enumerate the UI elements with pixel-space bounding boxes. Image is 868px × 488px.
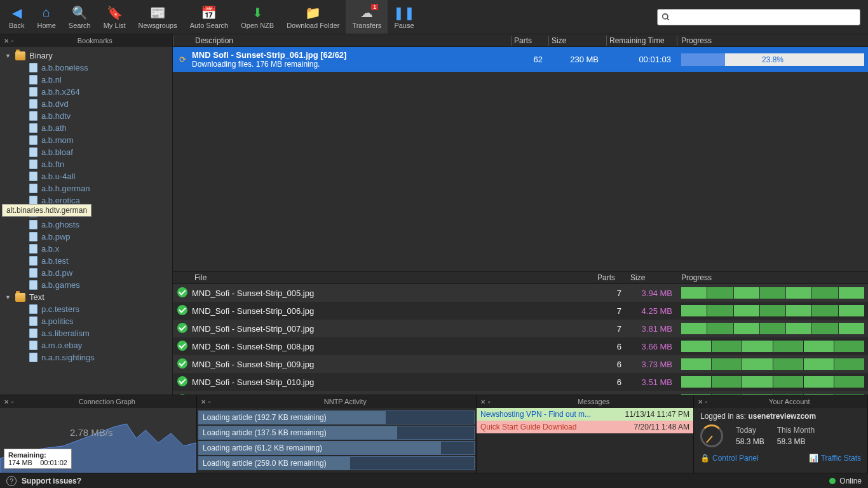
file-size: 3.73 MB: [628, 360, 677, 369]
file-list[interactable]: MND_Sofi - Sunset-Strip_005.jpg73.94 MBM…: [173, 284, 868, 395]
tree-item[interactable]: a.b.ghosts: [0, 219, 172, 231]
file-row[interactable]: MND_Sofi - Sunset-Strip_006.jpg74.25 MB: [173, 302, 868, 320]
tree-item[interactable]: a.b.hdtv: [0, 110, 172, 122]
panel-undock-icon[interactable]: ▫: [11, 398, 14, 405]
tree-item[interactable]: a.b.mom: [0, 134, 172, 146]
panel-undock-icon[interactable]: ▫: [488, 398, 491, 405]
queue-progress-text: 23.8%: [681, 53, 864, 66]
file-icon: [29, 111, 37, 121]
col-file-parts[interactable]: Parts: [595, 273, 628, 282]
col-description[interactable]: Description: [173, 36, 511, 45]
cloud-icon: ☁1: [359, 5, 374, 20]
file-row[interactable]: MND_Sofi - Sunset-Strip_008.jpg63.66 MB: [173, 337, 868, 355]
tree-item[interactable]: a.politics: [0, 315, 172, 327]
tree-item[interactable]: n.a.n.sightings: [0, 351, 172, 363]
control-panel-link[interactable]: 🔒Control Panel: [700, 454, 759, 463]
col-parts[interactable]: Parts: [512, 36, 548, 45]
tree-item[interactable]: a.b.u-4all: [0, 170, 172, 182]
panel-close-icon[interactable]: ✕: [4, 37, 9, 44]
tree-item[interactable]: a.b.games: [0, 279, 172, 291]
check-icon: [177, 323, 187, 333]
downloadfolder-button[interactable]: 📁Download Folder: [280, 0, 346, 34]
message-text: Newshosting VPN - Find out m...: [480, 410, 591, 419]
segment-bar: [681, 287, 864, 299]
search-button[interactable]: 🔍Search: [62, 0, 97, 34]
message-row[interactable]: Quick Start Guide Download7/20/11 1:48 A…: [477, 421, 693, 433]
panel-close-icon[interactable]: ✕: [480, 398, 485, 405]
file-name: MND_Sofi - Sunset-Strip_008.jpg: [192, 342, 595, 351]
tree-item[interactable]: p.c.testers: [0, 303, 172, 315]
panel-undock-icon[interactable]: ▫: [705, 398, 708, 405]
file-icon: [29, 280, 37, 290]
tree-item[interactable]: a.m.o.ebay: [0, 339, 172, 351]
tree-item[interactable]: a.b.test: [0, 255, 172, 267]
pause-button[interactable]: ❚❚Pause: [388, 0, 420, 34]
tree-item-label: a.b.ghosts: [41, 220, 79, 229]
tree-item[interactable]: a.b.x: [0, 243, 172, 255]
tree-group[interactable]: ▼Binary: [0, 50, 172, 62]
tree-item[interactable]: a.b.ftn: [0, 158, 172, 170]
tree-item[interactable]: a.b.h.x264: [0, 86, 172, 98]
mylist-button[interactable]: 🔖My List: [97, 0, 132, 34]
file-name: MND_Sofi - Sunset-Strip_005.jpg: [192, 288, 595, 298]
tree-item[interactable]: a.b.ath: [0, 122, 172, 134]
file-row[interactable]: MND_Sofi - Sunset-Strip_007.jpg73.81 MB: [173, 320, 868, 337]
tree-item-label: a.b.h.x264: [41, 87, 80, 97]
tree-item[interactable]: a.b.boneless: [0, 62, 172, 74]
tree-item[interactable]: a.b.d.pw: [0, 267, 172, 279]
tree-group[interactable]: ▼Text: [0, 291, 172, 303]
message-row[interactable]: Newshosting VPN - Find out m...11/13/14 …: [477, 408, 693, 421]
account-panel: ✕▫Your Account Logged in as: usenetrevie…: [694, 395, 868, 473]
file-row[interactable]: MND_Sofi - Sunset-Strip_010.jpg63.51 MB: [173, 373, 868, 391]
bookmarks-tree[interactable]: ▼Binarya.b.bonelessa.b.nla.b.h.x264a.b.d…: [0, 47, 172, 395]
file-name: MND_Sofi - Sunset-Strip_010.jpg: [192, 377, 595, 387]
support-link[interactable]: ?Support issues?: [6, 476, 81, 486]
queue-title: MND Sofi - Sunset-Strip_061.jpg [62/62]: [192, 50, 513, 60]
toolbar: ◀Back ⌂Home 🔍Search 🔖My List 📰Newsgroups…: [0, 0, 868, 34]
col-progress[interactable]: Progress: [677, 36, 868, 45]
home-button[interactable]: ⌂Home: [31, 0, 62, 34]
file-icon: [29, 232, 37, 241]
col-remaining-time[interactable]: Remaining Time: [607, 36, 677, 45]
file-icon: [29, 123, 37, 133]
tree-item[interactable]: a.b.pwp: [0, 231, 172, 243]
tree-item[interactable]: a.b.nl: [0, 74, 172, 86]
messages-list[interactable]: Newshosting VPN - Find out m...11/13/14 …: [477, 408, 693, 473]
home-icon: ⌂: [39, 5, 54, 20]
back-icon: ◀: [9, 5, 24, 20]
col-size[interactable]: Size: [549, 36, 606, 45]
tree-item-label: a.b.hdtv: [41, 111, 71, 121]
tree-item[interactable]: a.s.liberalism: [0, 327, 172, 339]
file-parts: 6: [595, 360, 628, 369]
col-file-progress[interactable]: Progress: [677, 273, 868, 282]
opennzb-button[interactable]: ⬇Open NZB: [234, 0, 280, 34]
panel-close-icon[interactable]: ✕: [4, 398, 9, 405]
traffic-stats-link[interactable]: 📊Traffic Stats: [809, 454, 861, 463]
file-icon: [29, 220, 37, 229]
back-button[interactable]: ◀Back: [3, 0, 31, 34]
panel-close-icon[interactable]: ✕: [698, 398, 703, 405]
queue-row[interactable]: ⟳ MND Sofi - Sunset-Strip_061.jpg [62/62…: [173, 47, 868, 72]
month-label: This Month: [777, 426, 815, 435]
panel-undock-icon[interactable]: ▫: [11, 37, 14, 44]
tree-item[interactable]: a.b.dvd: [0, 98, 172, 110]
tree-item[interactable]: a.b.bloaf: [0, 146, 172, 158]
file-row[interactable]: MND_Sofi - Sunset-Strip_009.jpg63.73 MB: [173, 355, 868, 373]
chevron-down-icon: ▼: [5, 294, 11, 301]
transfers-button[interactable]: ☁1Transfers: [346, 0, 388, 34]
file-icon: [29, 316, 37, 326]
panel-close-icon[interactable]: ✕: [201, 398, 206, 405]
bookmarks-header: ✕▫ Bookmarks: [0, 34, 172, 47]
messages-panel: ✕▫Messages Newshosting VPN - Find out m.…: [477, 395, 694, 473]
newsgroups-button[interactable]: 📰Newsgroups: [132, 0, 184, 34]
col-file[interactable]: File: [173, 273, 595, 282]
sidebar-tooltip: alt.binaries.hdtv.german: [2, 204, 92, 217]
panel-undock-icon[interactable]: ▫: [208, 398, 211, 405]
file-icon: [29, 244, 37, 254]
search-input[interactable]: [657, 9, 860, 25]
autosearch-button[interactable]: 📅Auto Search: [184, 0, 235, 34]
col-file-size[interactable]: Size: [628, 273, 677, 282]
check-icon: [177, 376, 187, 386]
tree-item[interactable]: a.b.h.german: [0, 182, 172, 194]
file-row[interactable]: MND_Sofi - Sunset-Strip_005.jpg73.94 MB: [173, 284, 868, 302]
